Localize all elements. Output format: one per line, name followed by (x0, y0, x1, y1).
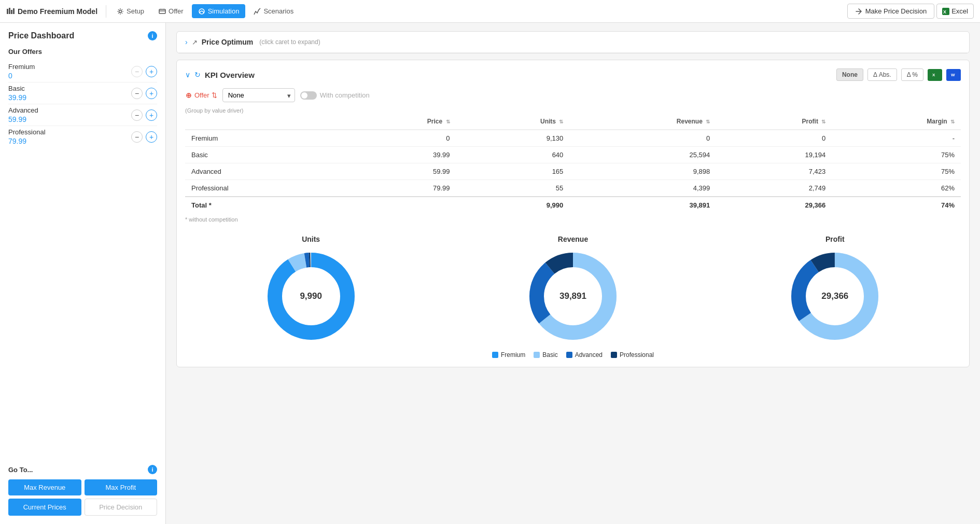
app-title: Demo Freemium Model (18, 7, 97, 16)
units-chart: Units 9,990 (185, 235, 437, 343)
revenue-sort-icon[interactable]: ⇅ (706, 119, 710, 125)
units-chart-title: Units (185, 235, 437, 243)
revenue-chart-title: Revenue (447, 235, 698, 243)
goto-info-icon[interactable]: i (148, 465, 157, 474)
profit-chart-title: Profit (709, 235, 961, 243)
increment-fremium[interactable]: + (146, 66, 157, 77)
col-profit: Profit ⇅ (716, 114, 832, 130)
kpi-btn-pct[interactable]: Δ % (901, 68, 923, 81)
decrement-fremium[interactable]: − (131, 66, 143, 77)
kpi-controls: None Δ Abs. Δ % X W (836, 68, 961, 81)
competition-toggle-track[interactable] (300, 91, 317, 100)
profit-sort-icon[interactable]: ⇅ (821, 119, 825, 125)
price-optimum-hint: (click caret to expand) (259, 38, 320, 46)
legend-label: Basic (542, 351, 557, 358)
kpi-total-row: Total * 9,990 39,891 29,366 74% (185, 197, 961, 213)
nav-setup-label: Setup (127, 7, 144, 15)
kpi-table-row: Fremium 0 9,130 0 0 - (185, 130, 961, 147)
kpi-export-word[interactable]: W (946, 69, 961, 81)
row-revenue-0: 0 (569, 130, 716, 147)
main-content: › ↗ Price Optimum (click caret to expand… (166, 23, 980, 524)
offer-controls-basic: − + (131, 88, 157, 99)
offer-list: Fremium 0 − + Basic 39.99 − + (8, 61, 157, 147)
row-profit-0: 0 (716, 130, 832, 147)
goto-price-decision[interactable]: Price Decision (85, 499, 158, 516)
units-sort-icon[interactable]: ⇅ (559, 119, 563, 125)
increment-advanced[interactable]: + (146, 109, 157, 121)
increment-professional[interactable]: + (146, 131, 157, 143)
profit-donut: 29,366 (788, 250, 881, 343)
units-center-value: 9,990 (300, 291, 322, 301)
kpi-table-row: Professional 79.99 55 4,399 2,749 62% (185, 180, 961, 197)
kpi-btn-none[interactable]: None (836, 68, 863, 81)
row-margin-3: 62% (832, 180, 961, 197)
nav-offer[interactable]: Offer (152, 4, 190, 18)
legend-dot (566, 352, 572, 358)
svg-rect-5 (159, 9, 165, 13)
price-sort-icon[interactable]: ⇅ (446, 119, 450, 125)
offer-item-basic: Basic 39.99 − + (8, 82, 157, 104)
col-price: Price ⇅ (344, 114, 456, 130)
legend-dot (492, 352, 498, 358)
nav-simulation-label: Simulation (208, 7, 240, 15)
competition-toggle-thumb (301, 92, 307, 99)
decrement-professional[interactable]: − (131, 131, 143, 143)
nav-scenarios-label: Scenarios (263, 7, 293, 15)
decrement-basic[interactable]: − (131, 88, 143, 99)
kpi-collapse-icon[interactable]: ∨ (185, 71, 190, 79)
goto-max-revenue[interactable]: Max Revenue (8, 479, 81, 495)
row-units-2: 165 (456, 163, 570, 180)
make-price-decision-button[interactable]: Make Price Decision (847, 4, 935, 19)
goto-max-profit[interactable]: Max Profit (85, 479, 158, 495)
kpi-export-excel[interactable]: X (928, 69, 942, 81)
group-by-select[interactable]: None (222, 88, 295, 102)
offer-price-advanced: 59.99 (8, 115, 38, 123)
nav-simulation[interactable]: Simulation (192, 4, 246, 18)
goto-header: Go To... i (8, 465, 157, 474)
row-margin-0: - (832, 130, 961, 147)
kpi-overview-section: ∨ ↻ KPI Overview None Δ Abs. Δ % X W (176, 60, 970, 367)
price-optimum-header[interactable]: › ↗ Price Optimum (click caret to expand… (177, 32, 969, 53)
total-price (344, 197, 456, 213)
col-units: Units ⇅ (456, 114, 570, 130)
svg-point-4 (119, 10, 122, 12)
price-optimum-section: › ↗ Price Optimum (click caret to expand… (176, 31, 970, 53)
margin-sort-icon[interactable]: ⇅ (950, 119, 955, 125)
nav-scenarios[interactable]: Scenarios (247, 4, 300, 18)
goto-current-prices[interactable]: Current Prices (8, 499, 81, 516)
scenarios-icon (254, 8, 261, 15)
units-donut: 9,990 (264, 250, 358, 343)
group-by-label: (Group by value driver) (185, 107, 961, 114)
offer-price-fremium: 0 (8, 72, 35, 80)
offer-item-fremium: Fremium 0 − + (8, 61, 157, 82)
sidebar-title: Price Dashboard (8, 31, 74, 40)
table-controls: Offer ⇅ None With competition (185, 88, 961, 102)
trend-icon: ↗ (192, 38, 198, 46)
make-price-decision-label: Make Price Decision (865, 7, 927, 15)
decrement-advanced[interactable]: − (131, 109, 143, 121)
row-units-3: 55 (456, 180, 570, 197)
revenue-center-value: 39,891 (559, 291, 586, 301)
legend-item: Advanced (566, 351, 603, 358)
sidebar-info-icon[interactable]: i (148, 31, 157, 40)
legend-label: Professional (620, 351, 654, 358)
excel-icon: X (942, 8, 949, 15)
nav-setup[interactable]: Setup (110, 4, 150, 18)
increment-basic[interactable]: + (146, 88, 157, 99)
revenue-chart: Revenue 39,891 (447, 235, 698, 343)
excel-button[interactable]: X Excel (936, 4, 974, 19)
offer-filter[interactable]: Offer ⇅ (185, 91, 217, 99)
sidebar-header: Price Dashboard i (8, 31, 157, 40)
chevron-right-icon[interactable]: › (185, 38, 188, 46)
svg-rect-0 (7, 9, 8, 14)
offer-price-basic: 39.99 (8, 93, 26, 102)
nav-separator (106, 5, 106, 18)
kpi-refresh-icon[interactable]: ↻ (194, 71, 201, 79)
table-footnote: * without competition (185, 216, 961, 223)
offer-item-advanced: Advanced 59.99 − + (8, 104, 157, 126)
simulation-icon (198, 8, 205, 15)
row-units-1: 640 (456, 147, 570, 163)
kpi-btn-abs[interactable]: Δ Abs. (867, 68, 897, 81)
offer-name-fremium: Fremium (8, 63, 35, 71)
excel-label: Excel (951, 7, 968, 15)
